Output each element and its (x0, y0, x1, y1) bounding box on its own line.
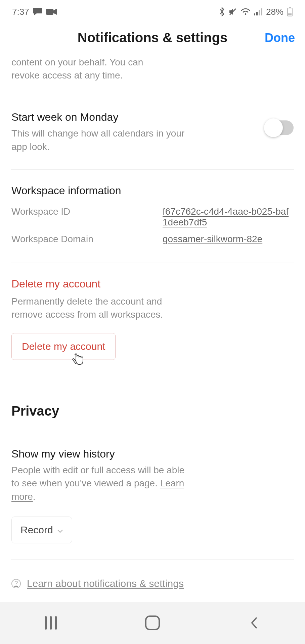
view-history-select[interactable]: Record (11, 517, 72, 543)
start-week-row: Start week on Monday This will change ho… (11, 96, 294, 169)
home-icon (145, 615, 160, 630)
wifi-icon (241, 8, 251, 15)
svg-point-2 (245, 13, 247, 15)
nav-home-button[interactable] (126, 615, 179, 630)
start-week-toggle[interactable] (265, 120, 294, 135)
svg-rect-9 (288, 13, 292, 15)
learn-about-text: Learn about notifications & settings (27, 578, 184, 589)
workspace-id-label: Workspace ID (11, 206, 152, 228)
view-history-select-label: Record (20, 524, 53, 536)
mute-icon (228, 7, 237, 16)
workspace-id-row: Workspace ID f67c762c-c4d4-4aae-b025-baf… (11, 206, 294, 228)
status-clock: 7:37 (12, 7, 29, 17)
done-button[interactable]: Done (265, 31, 295, 45)
view-history-desc-text: People with edit or full access will be … (11, 465, 184, 488)
privacy-heading: Privacy (11, 372, 294, 433)
bluetooth-icon (219, 7, 225, 16)
svg-rect-3 (254, 13, 255, 15)
view-history-desc: People with edit or full access will be … (11, 464, 193, 503)
workspace-heading: Workspace information (11, 184, 294, 197)
partial-setting: content on your behalf. You can revoke a… (11, 52, 294, 96)
help-icon: ? (11, 579, 21, 588)
delete-account-button[interactable]: Delete my account (11, 333, 116, 360)
start-week-title: Start week on Monday (11, 111, 200, 123)
system-nav-bar (0, 602, 305, 644)
svg-rect-0 (46, 9, 53, 15)
svg-rect-6 (261, 8, 262, 15)
battery-percent: 28% (266, 7, 284, 17)
partial-setting-desc: content on your behalf. You can revoke a… (11, 52, 169, 96)
nav-recents-button[interactable] (24, 616, 78, 630)
video-icon (46, 8, 57, 15)
toggle-knob (264, 118, 283, 137)
view-history-title: Show my view history (11, 448, 294, 460)
recents-icon (45, 616, 57, 630)
nav-back-button[interactable] (227, 615, 281, 630)
workspace-domain-value[interactable]: gossamer-silkworm-82e (163, 234, 262, 245)
status-right: 28% (219, 7, 293, 17)
chat-icon (33, 7, 43, 16)
delete-account-title: Delete my account (11, 278, 294, 290)
delete-account-desc: Permanently delete the account and remov… (11, 295, 193, 321)
status-left: 7:37 (12, 7, 57, 17)
page-title: Notifications & settings (78, 30, 228, 45)
content: content on your behalf. You can revoke a… (0, 52, 305, 609)
view-history-row: Show my view history People with edit or… (11, 433, 294, 559)
svg-rect-8 (289, 7, 291, 8)
workspace-section: Workspace information Workspace ID f67c7… (11, 170, 294, 263)
svg-rect-4 (256, 12, 258, 15)
chevron-down-icon (57, 524, 63, 536)
workspace-domain-row: Workspace Domain gossamer-silkworm-82e (11, 234, 294, 245)
workspace-domain-label: Workspace Domain (11, 234, 152, 245)
battery-icon (287, 7, 293, 17)
workspace-id-value[interactable]: f67c762c-c4d4-4aae-b025-baf1deeb7df5 (163, 206, 294, 228)
svg-rect-5 (259, 10, 260, 15)
back-icon (250, 615, 259, 630)
status-bar: 7:37 28% (0, 0, 305, 23)
start-week-desc: This will change how all calendars in yo… (11, 127, 200, 153)
page-header: Notifications & settings Done (0, 23, 305, 52)
signal-icon (254, 8, 263, 15)
delete-account-section: Delete my account Permanently delete the… (11, 263, 294, 372)
